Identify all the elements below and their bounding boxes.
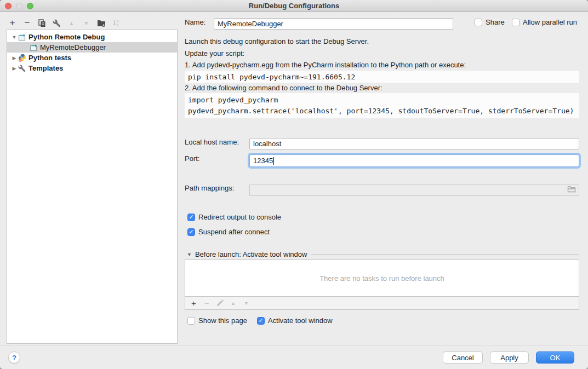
- port-label: Port:: [185, 154, 199, 163]
- tree-item-python-remote-debug[interactable]: ▼ Python Remote Debug: [7, 32, 177, 42]
- checkbox-box[interactable]: [512, 19, 520, 26]
- chevron-collapsed-icon[interactable]: ▶: [11, 55, 18, 61]
- intro-text: Launch this debug configuration to start…: [185, 37, 369, 45]
- allow-parallel-run-label: Allow parallel run: [523, 18, 577, 26]
- task-list-toolbar: + − ▲ ▼: [185, 296, 579, 309]
- ok-button[interactable]: OK: [536, 351, 574, 364]
- sort-alphabetically-icon: az: [111, 18, 121, 28]
- task-list-empty-area[interactable]: There are no tasks to run before launch: [185, 260, 579, 296]
- empty-tasks-text: There are no tasks to run before launch: [319, 274, 444, 282]
- new-folder-icon[interactable]: [96, 18, 106, 28]
- suspend-after-connect-label: Suspend after connect: [198, 228, 270, 236]
- tree-item-label: Python Remote Debug: [28, 33, 105, 41]
- checkbox-box[interactable]: [187, 317, 195, 325]
- allow-parallel-run-checkbox[interactable]: Allow parallel run: [512, 18, 577, 26]
- configurations-toolbar: + − ▲ ▼ az: [8, 17, 121, 29]
- share-label: Share: [486, 18, 505, 26]
- cancel-button[interactable]: Cancel: [443, 351, 483, 364]
- tree-item-myremotedebugger[interactable]: MyRemoteDebugger: [7, 42, 177, 53]
- checkbox-box-checked[interactable]: [187, 228, 195, 236]
- activate-tool-window-label: Activate tool window: [268, 316, 333, 325]
- text-cursor: [273, 157, 274, 165]
- suspend-after-connect-checkbox[interactable]: Suspend after connect: [187, 228, 270, 236]
- collapse-triangle-icon[interactable]: ▼: [187, 252, 192, 257]
- wrench-icon: [18, 64, 26, 73]
- move-up-button: ▲: [67, 18, 76, 28]
- titlebar[interactable]: Run/Debug Configurations: [0, 0, 588, 12]
- configurations-tree: ▼ Python Remote Debug MyRemoteDebugger ▶…: [7, 30, 178, 344]
- help-question-icon: ?: [12, 354, 16, 362]
- add-configuration-button[interactable]: +: [8, 18, 17, 28]
- share-checkbox[interactable]: Share: [475, 18, 505, 26]
- tree-item-label: Python tests: [28, 54, 71, 62]
- move-task-down-button: ▼: [242, 298, 250, 308]
- move-task-up-button: ▲: [229, 298, 237, 308]
- remote-debug-icon: [18, 33, 26, 42]
- footer-buttons: Cancel Apply OK: [443, 351, 574, 364]
- local-host-name-input[interactable]: [249, 138, 579, 149]
- copy-configuration-icon[interactable]: [37, 18, 47, 28]
- name-input[interactable]: [214, 18, 453, 30]
- run-debug-configurations-dialog: Run/Debug Configurations + − ▲ ▼ az ▼ Py…: [0, 0, 588, 369]
- activate-tool-window-checkbox[interactable]: Activate tool window: [257, 316, 333, 325]
- local-host-name-label: Local host name:: [185, 138, 239, 146]
- checkbox-box[interactable]: [475, 19, 482, 26]
- svg-text:z: z: [117, 23, 118, 27]
- configuration-form: Name: Share Allow parallel run Launch th…: [185, 12, 579, 346]
- pip-command-code[interactable]: pip install pydevd-pycharm~=191.6605.12: [185, 71, 579, 83]
- remote-debug-icon: [29, 43, 38, 52]
- minimize-window-button: [16, 3, 22, 9]
- port-value: 12345: [253, 157, 273, 165]
- code-line-import: import pydevd_pycharm: [188, 95, 579, 106]
- svg-text:a: a: [117, 19, 119, 23]
- apply-button[interactable]: Apply: [490, 351, 529, 364]
- settrace-code-block[interactable]: import pydevd_pycharm pydevd_pycharm.set…: [185, 93, 579, 118]
- add-task-button[interactable]: +: [190, 298, 198, 308]
- step2-text: 2. Add the following command to connect …: [185, 84, 383, 92]
- python-tests-icon: [18, 54, 26, 62]
- path-mappings-input[interactable]: [249, 184, 579, 196]
- show-this-page-label: Show this page: [198, 316, 247, 325]
- path-mappings-label: Path mappings:: [185, 184, 234, 192]
- window-title: Run/Debug Configurations: [249, 2, 339, 10]
- zoom-window-button[interactable]: [27, 3, 33, 9]
- checkbox-box-checked[interactable]: [187, 214, 195, 221]
- edit-task-pencil-icon: [216, 298, 224, 308]
- tree-item-label: Templates: [28, 64, 63, 72]
- remove-configuration-button[interactable]: −: [22, 18, 32, 28]
- traffic-lights: [5, 3, 33, 9]
- redirect-output-checkbox[interactable]: Redirect output to console: [187, 213, 281, 221]
- port-input[interactable]: 12345: [249, 154, 579, 167]
- tree-item-python-tests[interactable]: ▶ Python tests: [7, 53, 177, 63]
- before-launch-section-header[interactable]: ▼ Before launch: Activate tool window: [185, 250, 579, 258]
- before-launch-title: Before launch: Activate tool window: [195, 250, 307, 258]
- show-this-page-checkbox[interactable]: Show this page: [187, 316, 247, 325]
- code-line-settrace: pydevd_pycharm.settrace('localhost', por…: [188, 106, 579, 117]
- redirect-output-label: Redirect output to console: [198, 213, 281, 221]
- edit-configuration-wrench-icon[interactable]: [52, 18, 61, 28]
- name-label: Name:: [185, 18, 205, 26]
- before-launch-task-list: There are no tasks to run before launch …: [185, 260, 579, 310]
- remove-task-button: −: [203, 298, 211, 308]
- chevron-collapsed-icon[interactable]: ▶: [11, 66, 18, 71]
- dialog-footer: ? Cancel Apply OK: [0, 345, 588, 369]
- section-divider: [311, 254, 579, 255]
- chevron-expanded-icon[interactable]: ▼: [11, 34, 18, 40]
- checkbox-box-checked[interactable]: [257, 317, 265, 325]
- step1-text: 1. Add pydevd-pycharm.egg from the PyCha…: [185, 61, 466, 69]
- close-window-button[interactable]: [5, 3, 12, 9]
- help-button[interactable]: ?: [8, 351, 20, 364]
- tree-item-templates[interactable]: ▶ Templates: [7, 63, 177, 73]
- browse-folder-icon[interactable]: [567, 186, 576, 194]
- move-down-button: ▼: [82, 18, 91, 28]
- tree-item-label: MyRemoteDebugger: [40, 43, 106, 51]
- update-script-text: Update your script:: [185, 49, 244, 57]
